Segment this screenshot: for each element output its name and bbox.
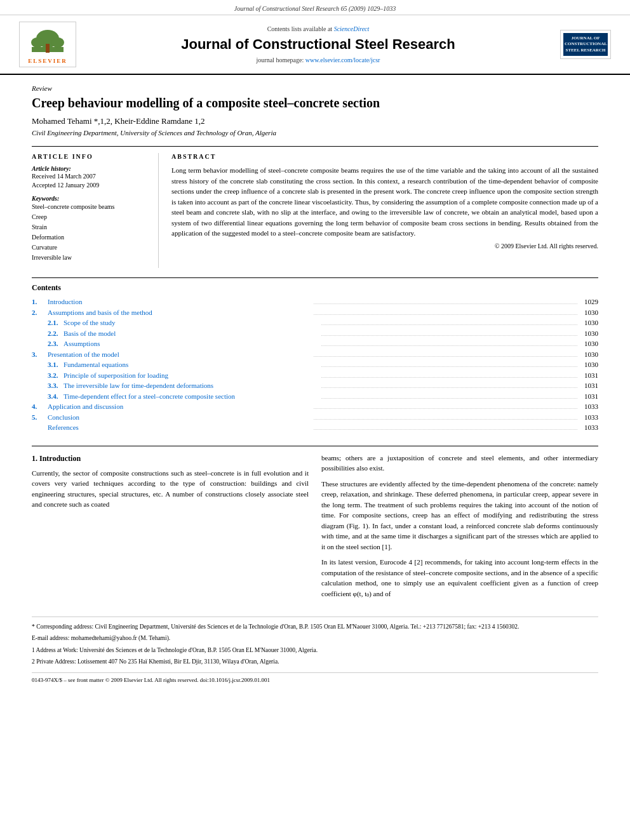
- toc-dots: [321, 370, 577, 378]
- elsevier-tree-icon: [29, 25, 67, 57]
- journal-header: ELSEVIER Contents lists available at Sci…: [0, 15, 630, 75]
- toc-item: 3.1.Fundamental equations1030: [32, 359, 598, 370]
- contents-title: Contents: [32, 283, 598, 293]
- keywords-label: Keywords:: [32, 195, 149, 202]
- copyright-line: © 2009 Elsevier Ltd. All rights reserved…: [171, 243, 598, 250]
- toc-text[interactable]: Scope of the study: [64, 317, 319, 328]
- toc-num: 5.: [32, 412, 48, 423]
- footnotes: * Corresponding address: Civil Engineeri…: [32, 617, 598, 666]
- toc-num: 2.3.: [48, 338, 64, 349]
- toc-text[interactable]: Basis of the model: [64, 328, 319, 339]
- toc-page: 1030: [579, 328, 598, 339]
- toc-text[interactable]: Presentation of the model: [48, 349, 312, 360]
- svg-point-2: [31, 37, 44, 48]
- body-paragraph: beams; others are a juxtaposition of con…: [321, 453, 598, 474]
- toc-page: 1030: [579, 338, 598, 349]
- toc-page: 1030: [579, 349, 598, 360]
- authors-text: Mohamed Tehami *,1,2, Kheir-Eddine Ramda…: [32, 116, 205, 126]
- footnote-item-3: 2 Private Address: Lotissement 407 No 23…: [32, 657, 598, 666]
- toc-text[interactable]: Introduction: [48, 297, 312, 307]
- elsevier-name-text: ELSEVIER: [22, 58, 73, 64]
- toc-text[interactable]: References: [48, 422, 312, 433]
- toc-item: 2.3.Assumptions1030: [32, 338, 598, 349]
- toc-item: 5.Conclusion1033: [32, 412, 598, 423]
- footnote-item-2: 1 Address at Work: Université des Scienc…: [32, 646, 598, 655]
- journal-title: Journal of Constructional Steel Research: [89, 36, 547, 53]
- journal-homepage: journal homepage: www.elsevier.com/locat…: [89, 57, 547, 63]
- toc-num: 3.2.: [48, 370, 64, 381]
- affiliation: Civil Engineering Department, University…: [32, 129, 598, 137]
- toc-num: 3.4.: [48, 391, 64, 402]
- article-info-col: ARTICLE INFO Article history: Received 1…: [32, 153, 159, 268]
- footnote-bottom-text: 0143-974X/$ – see front matter © 2009 El…: [32, 672, 598, 683]
- toc-item: 3.Presentation of the model1030: [32, 349, 598, 360]
- intro-col1-text: Currently, the sector of composite const…: [32, 468, 309, 510]
- toc-dots: [321, 380, 577, 388]
- keywords-list: Steel–concrete composite beamsCreepStrai…: [32, 202, 149, 263]
- abstract-text: Long term behavior modelling of steel–co…: [171, 165, 598, 239]
- toc-container: 1.Introduction10292.Assumptions and basi…: [32, 297, 598, 433]
- toc-item: References1033: [32, 422, 598, 433]
- toc-num: 4.: [32, 401, 48, 412]
- toc-num: 2.2.: [48, 328, 64, 339]
- toc-page: 1031: [579, 370, 598, 381]
- toc-dots: [321, 328, 577, 336]
- toc-num: 1.: [32, 297, 48, 307]
- section-label: Review: [32, 84, 598, 92]
- intro-col2-paragraphs: beams; others are a juxtaposition of con…: [321, 453, 598, 599]
- authors: Mohamed Tehami *,1,2, Kheir-Eddine Ramda…: [32, 116, 598, 126]
- svg-rect-4: [46, 44, 50, 53]
- toc-dots: [314, 412, 578, 420]
- toc-page: 1030: [579, 317, 598, 328]
- toc-num: 3.3.: [48, 380, 64, 391]
- history-label: Article history:: [32, 165, 149, 172]
- toc-text[interactable]: Application and discussion: [48, 401, 312, 412]
- homepage-link[interactable]: www.elsevier.com/locate/jcsr: [305, 57, 380, 63]
- toc-text[interactable]: The irreversible law for time-dependent …: [64, 380, 319, 391]
- toc-text[interactable]: Assumptions: [64, 338, 319, 349]
- toc-num: 2.1.: [48, 317, 64, 328]
- toc-dots: [314, 297, 578, 304]
- toc-text[interactable]: Conclusion: [48, 412, 312, 423]
- sciencedirect-line: Contents lists available at ScienceDirec…: [89, 25, 547, 32]
- journal-citation-text: Journal of Constructional Steel Research…: [234, 5, 396, 12]
- toc-num: 2.: [32, 307, 48, 318]
- toc-page: 1031: [579, 380, 598, 391]
- toc-dots: [321, 338, 577, 346]
- toc-text[interactable]: Principle of superposition for loading: [64, 370, 319, 381]
- toc-page: 1031: [579, 391, 598, 402]
- toc-dots: [314, 349, 578, 357]
- abstract-header: ABSTRACT: [171, 153, 598, 160]
- contents-section: Contents 1.Introduction10292.Assumptions…: [32, 277, 598, 433]
- toc-item: 4.Application and discussion1033: [32, 401, 598, 412]
- toc-item: 3.3.The irreversible law for time-depend…: [32, 380, 598, 391]
- toc-item: 1.Introduction1029: [32, 297, 598, 307]
- body-col-left: 1. Introduction Currently, the sector of…: [32, 453, 309, 604]
- article-info-header: ARTICLE INFO: [32, 153, 149, 160]
- toc-text[interactable]: Fundamental equations: [64, 359, 319, 370]
- toc-num: [32, 422, 48, 433]
- toc-text[interactable]: Assumptions and basis of the method: [48, 307, 312, 318]
- toc-num: 3.1.: [48, 359, 64, 370]
- article-info-abstract-section: ARTICLE INFO Article history: Received 1…: [32, 146, 598, 268]
- body-paragraph: Currently, the sector of composite const…: [32, 468, 309, 510]
- article-history: Article history: Received 14 March 2007 …: [32, 165, 149, 190]
- journal-logo-box: JOURNAL OF CONSTRUCTIONAL STEEL RESEARCH: [560, 30, 611, 58]
- toc-dots: [314, 422, 578, 430]
- sciencedirect-link[interactable]: ScienceDirect: [334, 25, 370, 32]
- paper-title: Creep behaviour modelling of a composite…: [32, 95, 598, 111]
- footnote-item-1: E-mail address: mohamedtehami@yahoo.fr (…: [32, 634, 598, 643]
- toc-dots: [314, 307, 578, 315]
- svg-point-3: [51, 37, 64, 48]
- toc-item: 2.Assumptions and basis of the method103…: [32, 307, 598, 318]
- body-two-col: 1. Introduction Currently, the sector of…: [32, 446, 598, 604]
- toc-dots: [314, 401, 578, 409]
- toc-page: 1030: [579, 307, 598, 318]
- toc-page: 1033: [579, 412, 598, 423]
- journal-center: Contents lists available at ScienceDirec…: [76, 25, 560, 63]
- keywords-section: Keywords: Steel–concrete composite beams…: [32, 195, 149, 263]
- journal-logo-inner: JOURNAL OF CONSTRUCTIONAL STEEL RESEARCH: [563, 33, 608, 55]
- toc-page: 1033: [579, 422, 598, 433]
- toc-dots: [321, 391, 577, 399]
- toc-text[interactable]: Time-dependent effect for a steel–concre…: [64, 391, 319, 402]
